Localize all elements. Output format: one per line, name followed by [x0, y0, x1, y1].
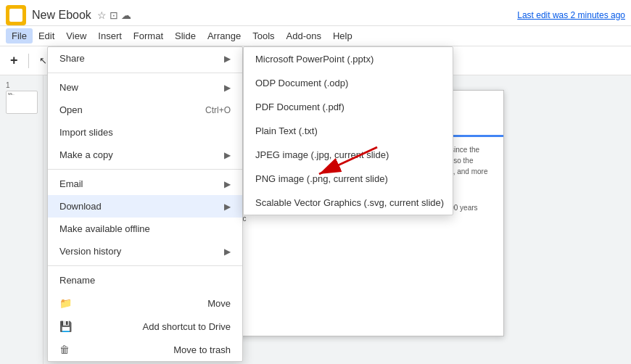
history-icon[interactable]: ⊡ [110, 9, 118, 21]
menu-item-arrange[interactable]: Arrange [202, 28, 247, 44]
menu-bar: File Edit View Insert Format Slide Arran… [0, 26, 631, 46]
separator-3 [48, 265, 242, 266]
folder-icon: 📁 [59, 297, 73, 309]
download-svg[interactable]: Scalable Vector Graphics (.svg, current … [244, 191, 453, 215]
version-history-arrow: ▶ [224, 247, 231, 257]
png-label: PNG image (.png, current slide) [255, 173, 388, 184]
download-submenu: Microsoft PowerPoint (.pptx) ODP Documen… [243, 46, 453, 215]
email-arrow: ▶ [224, 179, 231, 189]
menu-item-slide[interactable]: Slide [169, 28, 202, 44]
make-copy-label: Make a copy [59, 149, 113, 160]
last-edit-link[interactable]: Last edit was 2 minutes ago [517, 10, 625, 20]
download-label: Download [59, 201, 102, 212]
menu-import-slides[interactable]: Import slides [48, 121, 242, 144]
new-arrow: ▶ [224, 83, 231, 93]
file-dropdown-menu: Share ▶ New ▶ Open Ctrl+O Import slides … [47, 46, 243, 362]
star-icon[interactable]: ☆ [97, 9, 107, 21]
slide-thumbnail[interactable]: Wh... [6, 91, 38, 114]
menu-make-copy[interactable]: Make a copy ▶ [48, 144, 242, 166]
menu-item-file[interactable]: File [6, 28, 33, 44]
menu-item-view[interactable]: View [60, 28, 92, 44]
download-pdf[interactable]: PDF Document (.pdf) [244, 95, 453, 119]
open-label: Open [59, 104, 83, 115]
menu-item-addons[interactable]: Add-ons [281, 28, 327, 44]
drive-icon: 💾 [59, 320, 73, 332]
odp-label: ODP Document (.odp) [255, 78, 348, 88]
menu-download[interactable]: Download ▶ [48, 195, 242, 218]
jpeg-label: JPEG image (.jpg, current slide) [255, 149, 389, 160]
menu-version-history[interactable]: Version history ▶ [48, 240, 242, 262]
menu-item-help[interactable]: Help [327, 28, 358, 44]
download-arrow: ▶ [224, 202, 231, 212]
version-history-label: Version history [59, 246, 121, 257]
download-png[interactable]: PNG image (.png, current slide) [244, 167, 453, 191]
new-label: New [59, 82, 78, 93]
download-jpeg[interactable]: JPEG image (.jpg, current slide) [244, 143, 453, 167]
slide-thumb-text: Wh... [7, 91, 37, 98]
make-copy-arrow: ▶ [224, 150, 231, 160]
email-label: Email [59, 178, 83, 189]
download-txt[interactable]: Plain Text (.txt) [244, 119, 453, 143]
toolbar-divider-1 [28, 54, 29, 68]
slide-panel: 1 Wh... [0, 75, 44, 364]
title-bar: New Ebook ☆ ⊡ ☁ Last edit was 2 minutes … [0, 0, 631, 26]
menu-move-to-trash[interactable]: 🗑 Move to trash [48, 338, 242, 361]
menu-item-insert[interactable]: Insert [92, 28, 128, 44]
offline-label: Make available offline [59, 223, 150, 234]
menu-rename[interactable]: Rename [48, 269, 242, 291]
menu-email[interactable]: Email ▶ [48, 173, 242, 195]
pptx-label: Microsoft PowerPoint (.pptx) [255, 54, 374, 65]
menu-open[interactable]: Open Ctrl+O [48, 99, 242, 121]
download-odp[interactable]: ODP Document (.odp) [244, 71, 453, 95]
add-button[interactable]: + [6, 50, 22, 71]
separator-2 [48, 169, 242, 170]
cloud-icon[interactable]: ☁ [121, 9, 131, 21]
app-icon-inner [9, 9, 22, 22]
download-pptx[interactable]: Microsoft PowerPoint (.pptx) [244, 47, 453, 71]
menu-make-available-offline[interactable]: Make available offline [48, 218, 242, 240]
share-label: Share [59, 53, 85, 64]
txt-label: Plain Text (.txt) [255, 125, 318, 136]
move-label: Move [207, 298, 231, 309]
import-slides-label: Import slides [59, 127, 113, 138]
rename-label: Rename [59, 275, 95, 286]
move-to-trash-label: Move to trash [173, 344, 231, 355]
open-shortcut: Ctrl+O [205, 105, 231, 115]
pdf-label: PDF Document (.pdf) [255, 102, 345, 112]
share-arrow: ▶ [224, 54, 231, 64]
menu-new[interactable]: New ▶ [48, 76, 242, 99]
trash-icon: 🗑 [59, 344, 73, 355]
separator-1 [48, 73, 242, 73]
add-shortcut-label: Add shortcut to Drive [143, 321, 231, 332]
menu-item-edit[interactable]: Edit [33, 28, 60, 44]
slide-number: 1 [6, 81, 37, 89]
app-icon [6, 5, 26, 25]
menu-item-format[interactable]: Format [128, 28, 169, 44]
svg-label: Scalable Vector Graphics (.svg, current … [255, 197, 444, 208]
menu-item-tools[interactable]: Tools [247, 28, 280, 44]
menu-share[interactable]: Share ▶ [48, 47, 242, 70]
document-title: New Ebook [32, 9, 91, 22]
menu-add-shortcut[interactable]: 💾 Add shortcut to Drive [48, 315, 242, 338]
menu-move[interactable]: 📁 Move [48, 291, 242, 315]
